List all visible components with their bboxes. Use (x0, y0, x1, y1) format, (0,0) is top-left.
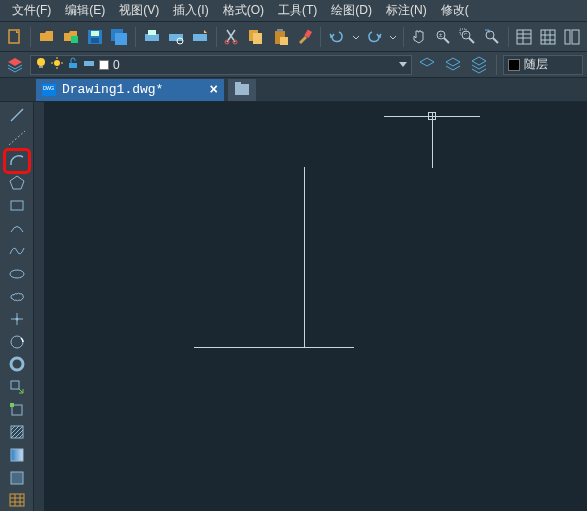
close-tab-button[interactable]: × (209, 82, 217, 98)
svg-rect-1 (71, 36, 78, 43)
svg-rect-9 (169, 34, 183, 41)
separator (320, 27, 321, 47)
new-doc-button[interactable] (4, 26, 25, 48)
make-block-tool[interactable] (5, 399, 29, 421)
menu-insert[interactable]: 插入(I) (167, 0, 214, 21)
open-sheet-button[interactable] (60, 26, 81, 48)
bylayer-label: 随层 (524, 56, 548, 73)
draw-tool-palette (0, 102, 34, 511)
svg-line-65 (15, 430, 23, 438)
separator (508, 27, 509, 47)
zoom-realtime-button[interactable]: ± (433, 26, 454, 48)
region-tool[interactable] (5, 467, 29, 489)
svg-rect-40 (39, 66, 43, 68)
svg-point-52 (10, 270, 24, 278)
table-tool[interactable] (5, 489, 29, 511)
plot-preview-button[interactable] (165, 26, 186, 48)
svg-point-57 (11, 358, 23, 370)
canvas-gutter (34, 102, 44, 511)
color-swatch (508, 59, 520, 71)
zoom-previous-button[interactable] (481, 26, 502, 48)
svg-rect-17 (277, 29, 283, 32)
menu-format[interactable]: 格式(O) (217, 0, 270, 21)
undo-dropdown[interactable] (351, 26, 361, 48)
layer-toolbar: 0 随层 (0, 52, 587, 78)
construction-line-tool[interactable] (5, 127, 29, 149)
menu-dimension[interactable]: 标注(N) (380, 0, 433, 21)
layer-prev-button[interactable] (442, 54, 464, 76)
design-center-button[interactable] (538, 26, 559, 48)
new-tab-icon (235, 84, 249, 95)
block-insert-tool[interactable] (5, 376, 29, 398)
svg-rect-37 (565, 30, 570, 44)
svg-line-63 (11, 426, 19, 434)
gradient-tool[interactable] (5, 444, 29, 466)
svg-rect-51 (11, 201, 23, 210)
svg-rect-15 (253, 33, 262, 44)
donut-tool[interactable] (5, 353, 29, 375)
document-tab[interactable]: Drawing1.dwg* × (36, 79, 224, 101)
revision-cloud-tool[interactable] (5, 285, 29, 307)
bulb-icon (35, 57, 47, 72)
dwg-file-icon (42, 84, 56, 96)
svg-line-49 (9, 131, 25, 145)
zoom-window-button[interactable] (457, 26, 478, 48)
plot-button[interactable] (141, 26, 162, 48)
document-tab-bar: Drawing1.dwg* × (0, 78, 587, 102)
svg-rect-3 (91, 31, 99, 36)
svg-rect-67 (11, 449, 23, 461)
arc-3point-tool[interactable] (5, 217, 29, 239)
properties-button[interactable] (513, 26, 534, 48)
svg-line-24 (469, 38, 474, 43)
pan-button[interactable] (409, 26, 430, 48)
crosshair-large (234, 257, 394, 437)
svg-rect-47 (84, 61, 94, 66)
polygon-tool[interactable] (5, 172, 29, 194)
drawing-canvas[interactable] (34, 102, 587, 511)
menu-file[interactable]: 文件(F) (6, 0, 57, 21)
layer-properties-button[interactable] (4, 54, 26, 76)
open-button[interactable] (36, 26, 57, 48)
layer-states-button[interactable] (468, 54, 490, 76)
redo-button[interactable] (364, 26, 385, 48)
point-tool[interactable] (5, 308, 29, 330)
svg-point-41 (54, 60, 60, 66)
matchprop-button[interactable] (294, 26, 315, 48)
menu-draw[interactable]: 绘图(D) (325, 0, 378, 21)
sun-icon (51, 57, 63, 72)
rectangle-tool[interactable] (5, 195, 29, 217)
svg-rect-46 (69, 63, 77, 68)
tool-palettes-button[interactable] (562, 26, 583, 48)
lock-icon (67, 57, 79, 72)
arc-tool[interactable] (5, 149, 29, 171)
save-button[interactable] (85, 26, 106, 48)
paste-button[interactable] (270, 26, 291, 48)
svg-line-66 (19, 434, 23, 438)
redo-dropdown[interactable] (388, 26, 398, 48)
layer-dropdown[interactable]: 0 (30, 55, 412, 75)
line-tool[interactable] (5, 104, 29, 126)
menu-edit[interactable]: 编辑(E) (59, 0, 111, 21)
separator (403, 27, 404, 47)
publish-button[interactable] (189, 26, 210, 48)
svg-rect-32 (541, 30, 555, 44)
svg-line-27 (493, 38, 498, 43)
save-all-button[interactable] (109, 26, 130, 48)
layer-iso-button[interactable] (416, 54, 438, 76)
copy-button[interactable] (246, 26, 267, 48)
svg-rect-7 (145, 34, 159, 41)
layer-name-label: 0 (113, 58, 120, 72)
menu-tools[interactable]: 工具(T) (272, 0, 323, 21)
svg-rect-6 (115, 33, 127, 45)
cut-button[interactable] (222, 26, 243, 48)
new-tab-button[interactable] (228, 79, 256, 101)
circle-center-tool[interactable] (5, 331, 29, 353)
ellipse-tool[interactable] (5, 263, 29, 285)
menu-view[interactable]: 视图(V) (113, 0, 165, 21)
menu-modify[interactable]: 修改( (435, 0, 475, 21)
undo-button[interactable] (326, 26, 347, 48)
svg-point-39 (37, 58, 45, 66)
color-dropdown[interactable]: 随层 (503, 55, 583, 75)
hatch-tool[interactable] (5, 421, 29, 443)
spline-tool[interactable] (5, 240, 29, 262)
